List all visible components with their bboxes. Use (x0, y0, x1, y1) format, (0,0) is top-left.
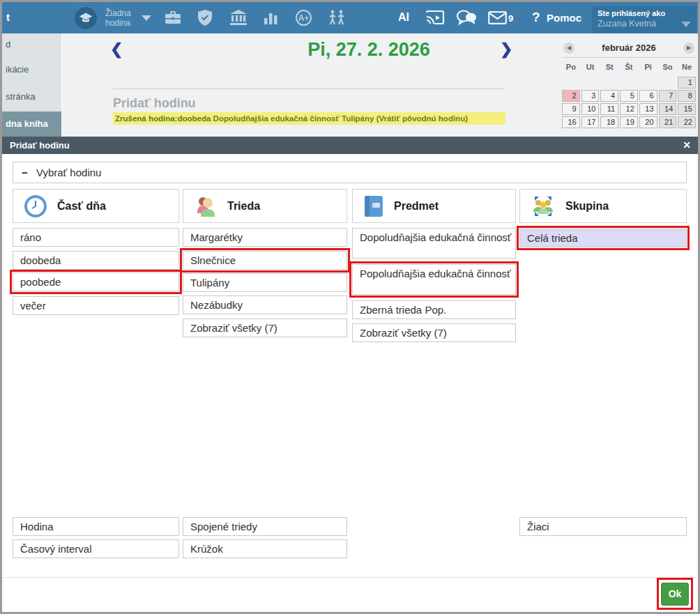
grades-a-plus-icon[interactable]: A+ (295, 9, 312, 26)
calendar-day[interactable]: 12 (620, 103, 638, 115)
truncated-nav-label: t (6, 11, 10, 23)
cancelled-lesson-label: Zrušená hodina:doobeda (115, 114, 211, 123)
svg-text:A+: A+ (298, 13, 310, 23)
next-day-button[interactable]: ❯ (500, 40, 512, 59)
sidebar-item-class-register[interactable]: dna kniha (2, 112, 61, 137)
select-lesson-collapse-row[interactable]: − Vybrať hodinu (13, 162, 687, 183)
main-content-area: ❮ Pi, 27. 2. 2026 ❯ Pridať hodinu Zrušen… (62, 33, 698, 137)
current-lesson-button[interactable] (75, 7, 97, 29)
divider (113, 89, 505, 89)
calendar-day[interactable]: 6 (639, 90, 657, 102)
ok-button[interactable]: Ok (661, 583, 689, 606)
calendar-day[interactable]: 13 (639, 103, 657, 115)
modal-titlebar: Pridať hodinu ✕ (2, 137, 698, 154)
option-popoludnajsia-cinnost[interactable]: Popoludňajšia edukačná činnosť (352, 264, 516, 295)
teacher-icon (193, 194, 218, 219)
calendar-day[interactable]: 10 (581, 103, 600, 115)
mail-unread-count: 9 (508, 13, 513, 24)
calendar-day[interactable]: 4 (600, 90, 618, 102)
calendar-prev-month-button[interactable]: ◀ (563, 43, 575, 54)
clock-icon (23, 194, 48, 219)
sidebar-item-page[interactable]: stránka (2, 91, 61, 102)
calendar-day[interactable]: 17 (581, 116, 600, 128)
previous-day-button[interactable]: ❮ (110, 40, 123, 59)
day-name: Po (562, 63, 580, 71)
group-icon (530, 194, 556, 219)
shield-check-icon[interactable] (197, 9, 213, 26)
chevron-down-icon[interactable] (142, 15, 151, 21)
calendar-day[interactable]: 9 (562, 103, 580, 115)
day-name: St (600, 63, 618, 71)
show-all-classes-button[interactable]: Zobraziť všetky (7) (183, 318, 347, 337)
pedestrians-icon[interactable] (327, 9, 347, 27)
column-header-label: Časť dňa (57, 200, 106, 213)
calendar-day-names: Po Ut St Št Pi So Ne (562, 63, 696, 71)
option-vecer[interactable]: večer (13, 296, 179, 315)
close-icon[interactable]: ✕ (683, 139, 691, 151)
calendar-day[interactable]: 14 (659, 103, 677, 115)
calendar-next-month-button[interactable]: ▶ (683, 43, 694, 54)
calendar-day[interactable]: 8 (678, 90, 696, 102)
column-header-label: Skupina (565, 200, 609, 213)
calendar-day[interactable]: 19 (620, 116, 638, 128)
calendar-day[interactable]: 20 (639, 116, 657, 128)
cancelled-lesson-detail: Dopoludňajšia edukačná činnosť Tulipány … (213, 114, 468, 123)
casovy-interval-button[interactable]: Časový interval (13, 539, 179, 558)
option-nezabudky[interactable]: Nezábudky (183, 296, 347, 314)
mail-icon[interactable] (488, 11, 507, 24)
ziaci-button[interactable]: Žiaci (519, 517, 687, 536)
left-sidebar: d ikácie stránka dna kniha (2, 33, 62, 137)
bar-chart-icon[interactable] (263, 9, 280, 26)
help-menu-item[interactable]: Pomoc (547, 12, 581, 24)
option-rano[interactable]: ráno (13, 228, 179, 247)
add-lesson-dialog: − Vybrať hodinu Časť dňa Trieda Predmet … (2, 154, 698, 612)
kruzok-button[interactable]: Krúžok (183, 539, 347, 558)
option-tulipany[interactable]: Tulipány (183, 273, 347, 292)
sidebar-item[interactable]: d (2, 39, 61, 49)
logged-in-as-label: Ste prihlásený ako (598, 9, 691, 17)
option-poobede[interactable]: poobede (13, 273, 179, 291)
calendar-day[interactable]: 21 (659, 116, 677, 128)
show-all-subjects-button[interactable]: Zobraziť všetky (7) (352, 323, 516, 342)
calendar-day[interactable]: 15 (678, 103, 696, 115)
calendar-day[interactable]: 16 (562, 116, 580, 128)
calendar-day[interactable]: 3 (581, 90, 600, 102)
column-header-label: Trieda (227, 200, 260, 213)
calendar-day-highlighted[interactable]: 2 (562, 90, 580, 102)
modal-footer-divider (3, 577, 697, 578)
calendar-day[interactable]: 7 (659, 90, 677, 102)
chat-bubbles-icon[interactable] (456, 9, 477, 26)
account-dropdown[interactable]: Ste prihlásený ako Zuzana Kvetná (592, 6, 697, 33)
lesson-selector-label[interactable]: Žiadnahodina (105, 8, 131, 28)
option-dopoludnajsia-cinnost[interactable]: Dopoludňajšia edukačná činnosť (352, 228, 516, 259)
chevron-down-icon (681, 22, 691, 27)
modal-title: Pridať hodinu (10, 140, 70, 151)
calendar-day[interactable]: 11 (600, 103, 618, 115)
option-slnecnice[interactable]: Slnečnice (183, 251, 347, 270)
option-doobeda[interactable]: doobeda (13, 251, 179, 270)
select-lesson-label: Vybrať hodinu (36, 167, 101, 178)
day-name: Ne (678, 63, 696, 71)
calendar-day[interactable]: 22 (678, 116, 696, 128)
spojene-triedy-button[interactable]: Spojené triedy (183, 517, 347, 536)
bank-building-icon[interactable] (229, 9, 248, 26)
option-margaretky[interactable]: Margarétky (183, 228, 347, 247)
option-zberna-trieda[interactable]: Zberná trieda Pop. (352, 300, 516, 319)
sidebar-item-notifications[interactable]: ikácie (2, 64, 61, 75)
mini-calendar: ◀ február 2026 ▶ Po Ut St Št Pi So Ne 1 … (562, 40, 696, 128)
day-name: So (659, 63, 677, 71)
calendar-day[interactable]: 1 (678, 77, 696, 89)
calendar-day[interactable]: 18 (600, 116, 618, 128)
cast-screen-icon[interactable] (425, 9, 445, 26)
column-header-time-of-day: Časť dňa (13, 189, 179, 223)
hodina-button[interactable]: Hodina (13, 517, 179, 536)
graduation-cap-icon (79, 12, 93, 24)
briefcase-icon[interactable] (164, 9, 182, 26)
option-cela-trieda[interactable]: Celá trieda (519, 229, 687, 247)
calendar-day[interactable]: 5 (620, 90, 638, 102)
add-lesson-heading: Pridať hodinu (113, 96, 196, 111)
help-question-icon[interactable]: ? (532, 10, 540, 25)
cancelled-lesson-notice[interactable]: Zrušená hodina:doobeda Dopoludňajšia edu… (113, 112, 505, 125)
ai-menu-item[interactable]: AI (398, 11, 409, 24)
calendar-grid: 1 2 3 4 5 6 7 8 9 10 11 12 13 14 15 16 1… (562, 77, 696, 128)
